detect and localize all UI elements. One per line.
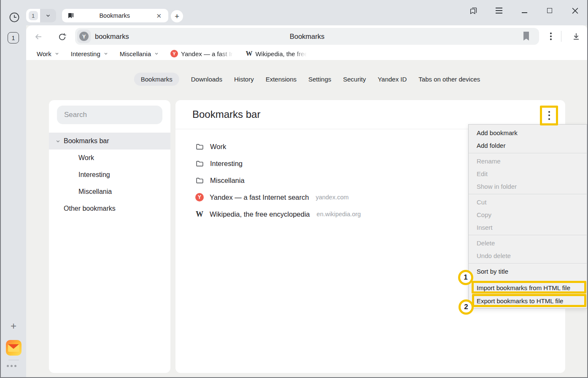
rail-more-icon[interactable] xyxy=(7,365,16,367)
tree-label: Other bookmarks xyxy=(64,205,116,212)
tab-downloads[interactable]: Downloads xyxy=(191,76,222,83)
tab-other-devices[interactable]: Tabs on other devices xyxy=(418,76,480,83)
favbar-label: Interesting xyxy=(71,50,100,57)
browser-window: 1 Bookmarks ✕ + xyxy=(0,0,588,378)
list-item-folder-work[interactable]: Work xyxy=(195,138,361,155)
tree-label: Interesting xyxy=(78,171,110,179)
url-text[interactable]: bookmarks xyxy=(95,33,129,41)
wikipedia-favicon: W xyxy=(195,210,204,219)
menu-item-edit: Edit xyxy=(469,167,587,180)
maximize-button[interactable] xyxy=(545,6,554,15)
tab-history[interactable]: History xyxy=(234,76,254,83)
menu-item-insert: Insert xyxy=(469,221,587,234)
wikipedia-favicon: W xyxy=(245,50,252,57)
bookmark-flag-icon[interactable] xyxy=(523,32,530,41)
favbar-bookmark-yandex[interactable]: Y Yandex — a fast In xyxy=(170,50,234,57)
address-bar-more-icon[interactable] xyxy=(547,31,555,42)
favorites-bar: Work Interesting Miscellania Y Yandex — … xyxy=(26,47,588,60)
panel-kebab-icon[interactable] xyxy=(543,108,555,122)
toolbar-divider xyxy=(561,31,561,42)
folder-icon xyxy=(195,159,204,168)
tab-group-chip[interactable]: 1 xyxy=(26,9,56,22)
list-item-folder-interesting[interactable]: Interesting xyxy=(195,155,361,172)
tree-item-work[interactable]: Work xyxy=(49,150,170,166)
menu-item-delete: Delete xyxy=(469,237,587,249)
tab-bookmarks[interactable]: Bookmarks xyxy=(134,73,179,86)
rail-divider xyxy=(8,360,19,360)
favbar-label: Yandex — a fast In xyxy=(181,50,234,57)
tab-security[interactable]: Security xyxy=(343,76,366,83)
bookmark-icon xyxy=(67,12,75,19)
tab-title: Bookmarks xyxy=(75,12,154,19)
side-rail: 1 + xyxy=(1,25,26,377)
favbar-folder-interesting[interactable]: Interesting xyxy=(71,50,108,57)
tab-close-icon[interactable]: ✕ xyxy=(154,12,163,20)
tree-item-other-bookmarks[interactable]: Other bookmarks xyxy=(49,200,170,217)
back-icon[interactable] xyxy=(33,31,44,42)
menu-item-import-bookmarks[interactable]: Import bookmarks from HTML file xyxy=(469,281,587,294)
bookmarks-manager: Bookmarks Downloads History Extensions S… xyxy=(26,60,588,377)
toolbar: Y bookmarks Bookmarks xyxy=(26,25,588,47)
tabs-counter-badge[interactable]: 1 xyxy=(8,32,19,44)
menu-item-copy: Copy xyxy=(469,208,587,221)
menu-separator xyxy=(469,153,587,153)
menu-separator xyxy=(469,235,587,235)
menu-item-add-bookmark[interactable]: Add bookmark xyxy=(469,126,587,139)
bookmarks-panel-icon[interactable] xyxy=(469,6,478,15)
site-icon: Y xyxy=(77,30,91,43)
favbar-label: Miscellania xyxy=(120,50,151,57)
chevron-down-icon[interactable] xyxy=(40,9,56,22)
menu-item-show-in-folder: Show in folder xyxy=(469,180,587,193)
favbar-label: Wikipedia, the free xyxy=(255,50,307,57)
tree-label: Miscellania xyxy=(78,188,112,196)
titlebar: 1 Bookmarks ✕ + xyxy=(1,0,587,25)
panel-heading: Bookmarks bar xyxy=(192,109,260,120)
favbar-label: Work xyxy=(37,50,51,57)
mail-app-icon[interactable] xyxy=(6,340,22,356)
chevron-down-icon xyxy=(154,51,159,56)
history-icon[interactable] xyxy=(8,11,20,23)
context-menu: Add bookmark Add folder Rename Edit Show… xyxy=(468,124,587,309)
tree-item-interesting[interactable]: Interesting xyxy=(49,166,170,183)
yandex-favicon: Y xyxy=(195,193,204,201)
minimize-button[interactable] xyxy=(520,6,529,15)
new-tab-button[interactable]: + xyxy=(171,10,183,22)
tab-group-count-badge: 1 xyxy=(26,9,40,22)
tab-yandex-id[interactable]: Yandex ID xyxy=(378,76,407,83)
close-button[interactable] xyxy=(570,6,580,15)
tab-extensions[interactable]: Extensions xyxy=(266,76,297,83)
annotation-step-1: 1 xyxy=(458,270,473,285)
folders-sidebar: Bookmarks bar Work Interesting Miscellan… xyxy=(49,100,170,373)
tab-settings[interactable]: Settings xyxy=(308,76,331,83)
favbar-folder-work[interactable]: Work xyxy=(37,50,59,57)
reload-icon[interactable] xyxy=(57,31,67,42)
favbar-folder-miscellania[interactable]: Miscellania xyxy=(120,50,159,57)
chevron-down-icon[interactable] xyxy=(55,139,61,144)
bookmark-url: yandex.com xyxy=(316,194,348,201)
browser-tab-bookmarks[interactable]: Bookmarks ✕ xyxy=(62,9,168,22)
folder-icon xyxy=(195,142,204,151)
bookmark-label: Miscellania xyxy=(210,177,245,185)
tree-item-bookmarks-bar[interactable]: Bookmarks bar xyxy=(49,133,170,150)
list-item-bookmark-wikipedia[interactable]: W Wikipedia, the free encyclopedia en.wi… xyxy=(195,206,361,223)
folder-icon xyxy=(195,176,204,185)
tree-label: Bookmarks bar xyxy=(64,137,109,145)
bookmark-label: Wikipedia, the free encyclopedia xyxy=(210,210,310,218)
menu-item-undo-delete: Undo delete xyxy=(469,249,587,262)
page-title: Bookmarks xyxy=(75,33,539,41)
rail-add-icon[interactable]: + xyxy=(8,321,19,332)
download-icon[interactable] xyxy=(570,30,582,42)
menu-item-sort-by-title[interactable]: Sort by title xyxy=(469,265,587,277)
menu-item-export-bookmarks[interactable]: Export bookmarks to HTML file xyxy=(469,294,587,307)
list-item-folder-miscellania[interactable]: Miscellania xyxy=(195,172,361,189)
menu-item-rename: Rename xyxy=(469,155,587,167)
list-item-bookmark-yandex[interactable]: Y Yandex — a fast Internet search yandex… xyxy=(195,189,361,206)
search-input[interactable] xyxy=(57,106,162,124)
tree-item-miscellania[interactable]: Miscellania xyxy=(49,183,170,200)
address-bar[interactable]: Y bookmarks Bookmarks xyxy=(75,28,539,45)
menu-item-add-folder[interactable]: Add folder xyxy=(469,139,587,152)
window-controls xyxy=(469,5,580,16)
menu-icon[interactable] xyxy=(494,6,504,15)
menu-item-cut: Cut xyxy=(469,196,587,208)
favbar-bookmark-wikipedia[interactable]: W Wikipedia, the free xyxy=(245,50,307,57)
